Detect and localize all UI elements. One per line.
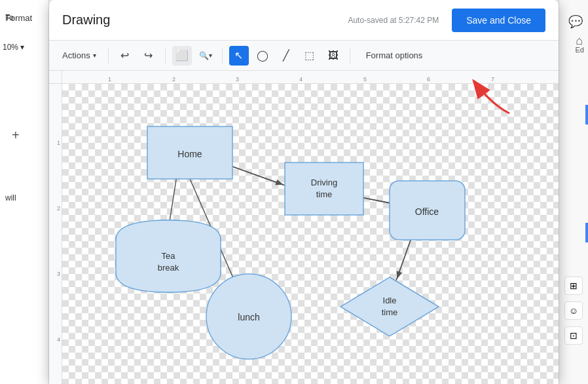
tools-label[interactable]: To (5, 13, 14, 22)
text-button[interactable]: ⬚ (300, 46, 320, 66)
actions-label: Actions (62, 50, 90, 60)
comment-icon[interactable]: 💬 (568, 14, 583, 29)
toolbar-divider-2 (165, 48, 166, 64)
tea-label-2: break (158, 263, 179, 273)
emoji-icon[interactable]: ☺ (564, 301, 583, 320)
ruler-left-tick-4: 4 (49, 336, 62, 343)
ruler-left: 1 2 3 4 (49, 71, 62, 384)
insert-icon[interactable]: ⊡ (564, 326, 583, 345)
home-label: Home (177, 149, 202, 159)
office-label: Office (415, 206, 439, 217)
right-accent-top (585, 105, 588, 125)
zoom-label[interactable]: 10% ▾ (3, 43, 24, 52)
drawing-toolbar: Actions ▾ ↩ ↪ ⬜ 🔍 ▾ ↖ ◯ ╱ ⬚ 🖼 Format opt… (49, 41, 559, 71)
zoom-control[interactable]: 10% ▾ (3, 43, 24, 52)
ruler-tick-6: 6 (427, 71, 430, 84)
ruler-tick-1: 1 (108, 71, 111, 84)
diagram-svg: Home Driving time Office Tea break (62, 84, 559, 384)
toolbar-divider-1 (108, 48, 109, 64)
add-image-icon[interactable]: ⊞ (564, 277, 583, 295)
toolbar-divider-4 (350, 48, 350, 64)
line-button[interactable]: ╱ (276, 46, 296, 66)
add-button[interactable]: + (12, 128, 20, 143)
actions-button[interactable]: Actions ▾ (57, 47, 101, 64)
driving-node (285, 163, 363, 215)
save-close-button[interactable]: Save and Close (452, 9, 545, 32)
ruler-tick-5: 5 (363, 71, 367, 84)
right-accent-mid (585, 223, 588, 242)
undo-button[interactable]: ↩ (115, 46, 135, 66)
canvas-content[interactable]: Home Driving time Office Tea break (62, 84, 559, 384)
format-options-button[interactable]: Format options (357, 47, 432, 64)
tea-label-1: Tea (162, 251, 176, 261)
modal-title: Drawing (62, 12, 110, 28)
image-button[interactable]: 🖼 (323, 46, 343, 66)
share-icon[interactable]: ⌂ (576, 34, 583, 48)
modal-header: Drawing Auto-saved at 5:27:42 PM Save an… (49, 0, 559, 41)
ruler-left-tick-1: 1 (49, 140, 62, 146)
idle-node (340, 277, 439, 336)
zoom-button[interactable]: 🔍 ▾ (196, 46, 215, 66)
right-icons-bottom: ⊞ ☺ ⊡ (564, 277, 583, 345)
ruler-corner (49, 71, 62, 84)
idle-label-2: time (382, 307, 398, 317)
ruler-tick-3: 3 (236, 71, 239, 84)
redo-button[interactable]: ↪ (139, 46, 158, 66)
ruler-tick-7: 7 (491, 71, 494, 84)
ruler-tick-4: 4 (299, 71, 303, 84)
cursor-button[interactable]: ↖ (229, 46, 249, 66)
will-text: will (5, 193, 16, 202)
right-sidebar: Ed ⊞ ☺ ⊡ 💬 ⌂ (559, 0, 588, 384)
canvas-area[interactable]: 1 2 3 4 5 6 7 1 2 3 4 (49, 71, 559, 384)
ruler-left-tick-3: 3 (49, 271, 62, 277)
idle-label-1: Idle (383, 296, 397, 305)
ruler-tick-2: 2 (172, 71, 175, 84)
toolbar-divider-3 (222, 48, 223, 64)
shapes-button[interactable]: ◯ (253, 46, 272, 66)
select-button[interactable]: ⬜ (172, 46, 192, 66)
drawing-modal: Drawing Auto-saved at 5:27:42 PM Save an… (49, 0, 559, 384)
ruler-top: 1 2 3 4 5 6 7 (49, 71, 559, 84)
ruler-left-tick-2: 2 (49, 205, 62, 212)
actions-chevron-icon: ▾ (93, 52, 96, 59)
autosave-text: Auto-saved at 5:27:42 PM (348, 16, 439, 25)
svg-line-3 (397, 235, 413, 279)
lunch-label: lunch (238, 312, 259, 322)
driving-label-2: time (316, 189, 333, 199)
driving-label-1: Driving (311, 178, 337, 187)
left-sidebar: Format To 10% ▾ + will (0, 0, 49, 384)
